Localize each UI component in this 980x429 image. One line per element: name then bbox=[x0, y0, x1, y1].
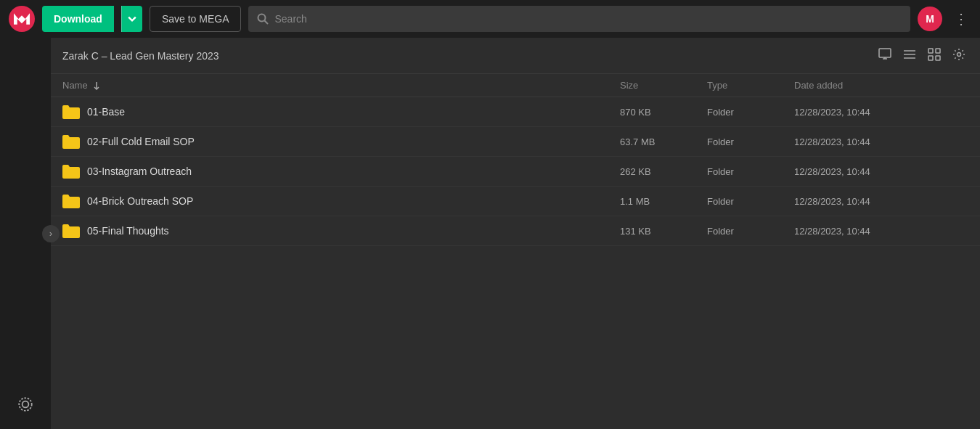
save-to-mega-button[interactable]: Save to MEGA bbox=[150, 6, 242, 32]
slideshow-view-button[interactable] bbox=[875, 45, 894, 66]
column-name-header[interactable]: Name bbox=[62, 80, 620, 91]
svg-point-14 bbox=[957, 53, 961, 57]
table-body: 01-Base 870 KB Folder 12/28/2023, 10:44 … bbox=[51, 97, 980, 246]
folder-icon bbox=[62, 163, 80, 180]
file-type: Folder bbox=[707, 136, 794, 147]
file-type: Folder bbox=[707, 107, 794, 118]
table-row[interactable]: 05-Final Thoughts 131 KB Folder 12/28/20… bbox=[51, 216, 980, 246]
grid-view-button[interactable] bbox=[925, 45, 944, 66]
file-name: 04-Brick Outreach SOP bbox=[87, 195, 193, 207]
file-size: 1.1 MB bbox=[620, 196, 707, 207]
column-size-header[interactable]: Size bbox=[620, 80, 707, 91]
sort-icon bbox=[92, 81, 101, 90]
svg-rect-10 bbox=[928, 49, 933, 53]
svg-point-0 bbox=[258, 15, 266, 22]
file-name: 02-Full Cold Email SOP bbox=[87, 136, 195, 147]
download-button[interactable]: Download bbox=[42, 6, 114, 32]
search-icon bbox=[257, 13, 269, 25]
more-options-button[interactable]: ⋮ bbox=[951, 7, 971, 30]
folder-icon bbox=[62, 133, 80, 150]
file-date: 12/28/2023, 10:44 bbox=[794, 226, 939, 237]
breadcrumb: Zarak C – Lead Gen Mastery 2023 bbox=[62, 50, 219, 62]
file-name: 01-Base bbox=[87, 106, 125, 118]
topbar-right: M ⋮ bbox=[918, 7, 971, 31]
svg-point-3 bbox=[23, 401, 29, 408]
svg-line-1 bbox=[265, 21, 269, 25]
search-input[interactable] bbox=[274, 13, 902, 25]
file-size: 131 KB bbox=[620, 226, 707, 237]
file-size: 870 KB bbox=[620, 107, 707, 118]
topbar: Download Save to MEGA M ⋮ bbox=[0, 0, 980, 38]
table-row[interactable]: 04-Brick Outreach SOP 1.1 MB Folder 12/2… bbox=[51, 187, 980, 216]
file-name: 05-Final Thoughts bbox=[87, 225, 169, 237]
svg-rect-12 bbox=[928, 56, 933, 60]
table-row[interactable]: 02-Full Cold Email SOP 63.7 MB Folder 12… bbox=[51, 127, 980, 157]
file-size: 63.7 MB bbox=[620, 136, 707, 147]
folder-icon bbox=[62, 192, 80, 210]
sidebar-toggle-button[interactable]: › bbox=[42, 225, 60, 242]
table-row[interactable]: 01-Base 870 KB Folder 12/28/2023, 10:44 bbox=[51, 97, 980, 127]
list-view-button[interactable] bbox=[900, 45, 919, 66]
file-header: Zarak C – Lead Gen Mastery 2023 bbox=[51, 38, 980, 74]
main-content: Zarak C – Lead Gen Mastery 2023 bbox=[51, 38, 980, 429]
file-date: 12/28/2023, 10:44 bbox=[794, 196, 939, 207]
column-actions-header bbox=[939, 80, 968, 91]
file-date: 12/28/2023, 10:44 bbox=[794, 107, 939, 118]
settings-icon-button[interactable] bbox=[9, 388, 41, 420]
sidebar: › bbox=[0, 38, 51, 429]
download-arrow-button[interactable] bbox=[121, 6, 142, 32]
svg-rect-11 bbox=[936, 49, 940, 53]
table-header: Name Size Type Date added bbox=[51, 74, 980, 97]
svg-point-2 bbox=[19, 398, 32, 411]
mega-logo bbox=[9, 6, 35, 32]
column-type-header[interactable]: Type bbox=[707, 80, 794, 91]
file-type: Folder bbox=[707, 196, 794, 207]
table-settings-button[interactable] bbox=[950, 45, 968, 66]
file-size: 262 KB bbox=[620, 166, 707, 177]
table-row[interactable]: 03-Instagram Outreach 262 KB Folder 12/2… bbox=[51, 157, 980, 187]
file-type: Folder bbox=[707, 226, 794, 237]
avatar[interactable]: M bbox=[918, 7, 942, 31]
svg-rect-13 bbox=[936, 56, 940, 60]
file-table: Name Size Type Date added 01-Base bbox=[51, 74, 980, 429]
app-body: › Zarak C – Lead Gen Mastery 2023 bbox=[0, 38, 980, 429]
file-type: Folder bbox=[707, 166, 794, 177]
file-name: 03-Instagram Outreach bbox=[87, 166, 192, 177]
svg-rect-4 bbox=[879, 49, 891, 57]
file-date: 12/28/2023, 10:44 bbox=[794, 136, 939, 147]
folder-icon bbox=[62, 103, 80, 120]
sidebar-bottom bbox=[9, 388, 41, 420]
file-date: 12/28/2023, 10:44 bbox=[794, 166, 939, 177]
folder-icon bbox=[62, 222, 80, 240]
search-bar bbox=[248, 6, 910, 32]
column-date-header[interactable]: Date added bbox=[794, 80, 939, 91]
view-controls bbox=[875, 45, 968, 66]
